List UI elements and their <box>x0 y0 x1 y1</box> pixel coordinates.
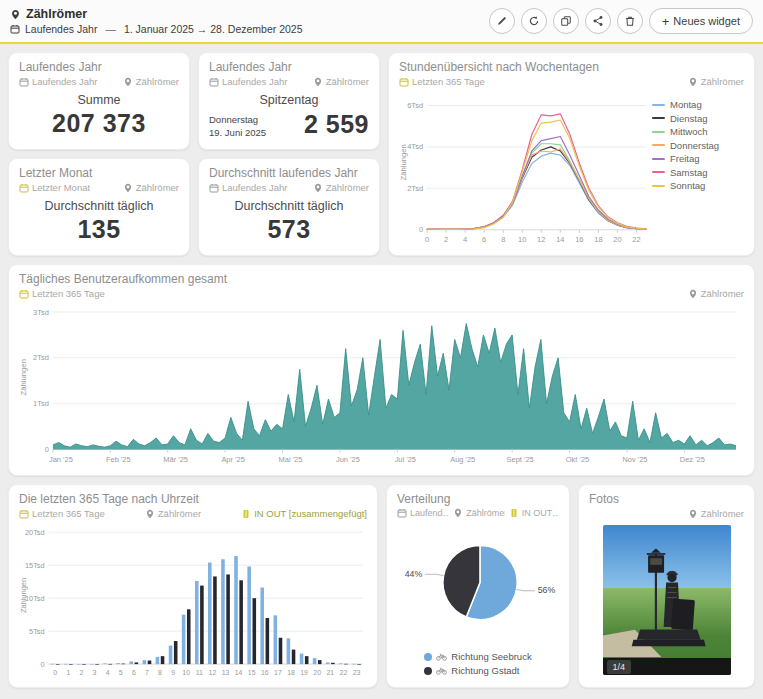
header-actions: + Neues widget <box>489 8 753 34</box>
dashboard-body: Laufendes Jahr Laufendes Jahr Zählrömer … <box>0 44 763 699</box>
dashboard-page: Zählrömer Laufendes Jahr — 1. Januar 202… <box>0 0 763 699</box>
legend-item-samstag[interactable]: Samstag <box>652 167 744 178</box>
calendar-icon <box>209 77 219 87</box>
location-pin-icon <box>145 509 155 519</box>
peak-day-info: Donnerstag 19. Juni 2025 <box>209 114 266 139</box>
channel-badge: IN OUT… <box>509 508 559 518</box>
legend-swatch <box>652 117 665 119</box>
photo-counter: 1/4 <box>607 660 632 674</box>
svg-text:18: 18 <box>594 235 602 244</box>
pie-legend-item-richtung-gstadt[interactable]: Richtung Gstadt <box>424 665 519 676</box>
new-widget-label: Neues widget <box>673 15 740 27</box>
legend-swatch <box>652 171 665 173</box>
bicycle-icon <box>436 667 447 675</box>
svg-text:0: 0 <box>53 669 57 676</box>
duplicate-button[interactable] <box>553 8 579 34</box>
share-icon <box>592 15 604 27</box>
panel-title: Stundenübersicht nach Wochentagen <box>399 60 744 74</box>
panel-by-hour: Die letzten 365 Tage nach Uhrzeit Letzte… <box>8 484 378 688</box>
location-pin-icon <box>313 77 323 87</box>
distribution-pie-chart: 56%44% <box>397 518 559 649</box>
location-badge: Zählrömer <box>145 508 201 519</box>
edit-button[interactable] <box>489 8 515 34</box>
location-pin-icon <box>123 183 133 193</box>
svg-text:Zählungen: Zählungen <box>399 144 408 180</box>
card-title: Laufendes Jahr <box>209 60 369 74</box>
legend-item-montag[interactable]: Montag <box>652 99 744 110</box>
svg-text:1: 1 <box>66 669 70 676</box>
stat-card-grid: Laufendes Jahr Laufendes Jahr Zählrömer … <box>8 52 380 256</box>
period-badge: Laufendes Jahr <box>19 76 98 87</box>
share-button[interactable] <box>585 8 611 34</box>
legend-item-dienstag[interactable]: Dienstag <box>652 113 744 124</box>
svg-text:23: 23 <box>353 669 361 676</box>
svg-text:17: 17 <box>274 669 282 676</box>
svg-text:Mai '25: Mai '25 <box>279 455 303 464</box>
location-pin-icon <box>688 77 698 87</box>
by-hour-chart: 05Tsd10Tsd15Tsd20TsdZählungen01234567891… <box>19 519 367 680</box>
channel-icon <box>509 508 519 518</box>
pencil-icon <box>496 15 508 27</box>
svg-text:10: 10 <box>518 235 526 244</box>
svg-text:13: 13 <box>222 669 230 676</box>
metric-value: 135 <box>19 215 179 244</box>
location-badge: Zählrömer <box>123 76 179 87</box>
header-period: Laufendes Jahr <box>25 23 97 35</box>
location-badge: Zählrömer <box>688 76 744 87</box>
metric-label: Durchschnitt täglich <box>19 199 179 213</box>
calendar-icon <box>19 289 29 299</box>
svg-text:2: 2 <box>79 669 83 676</box>
stat-card-avg-year: Durchschnitt laufendes Jahr Laufendes Ja… <box>198 158 380 256</box>
legend-item-sonntag[interactable]: Sonntag <box>652 180 744 191</box>
daily-total-svg: 01Tsd2Tsd3TsdZählungenJan '25Feb '25Mär … <box>19 299 744 468</box>
hourly-legend: MontagDienstagMittwochDonnerstagFreitagS… <box>652 87 744 248</box>
svg-text:1Tsd: 1Tsd <box>33 399 49 408</box>
delete-button[interactable] <box>617 8 643 34</box>
legend-item-freitag[interactable]: Freitag <box>652 153 744 164</box>
card-title: Letzter Monat <box>19 166 179 180</box>
metric-value: 207 373 <box>19 109 179 138</box>
svg-text:Nov '25: Nov '25 <box>622 455 647 464</box>
svg-text:56%: 56% <box>538 585 556 595</box>
legend-item-donnerstag[interactable]: Donnerstag <box>652 140 744 151</box>
peak-date: 19. Juni 2025 <box>209 127 266 139</box>
svg-text:0: 0 <box>425 235 429 244</box>
legend-item-mittwoch[interactable]: Mittwoch <box>652 126 744 137</box>
new-widget-button[interactable]: + Neues widget <box>649 8 753 34</box>
svg-text:Zählungen: Zählungen <box>19 359 28 395</box>
svg-text:16: 16 <box>575 235 583 244</box>
distribution-svg: 56%44% <box>397 518 559 649</box>
photo-caption-bar: 1/4 <box>603 658 731 675</box>
pie-legend-item-richtung-seebruck[interactable]: Richtung Seebruck <box>424 651 531 662</box>
header: Zählrömer Laufendes Jahr — 1. Januar 202… <box>0 0 763 44</box>
calendar-icon <box>19 77 29 87</box>
period-badge: Letzten 365 Tage <box>399 76 485 87</box>
location-pin-icon <box>313 183 323 193</box>
pie-legend: Richtung SeebruckRichtung Gstadt <box>424 651 531 676</box>
svg-text:0: 0 <box>419 225 423 234</box>
header-date-range: 1. Januar 2025 → 28. Dezember 2025 <box>124 23 303 35</box>
svg-text:4: 4 <box>106 669 110 676</box>
svg-text:Jan '25: Jan '25 <box>49 455 73 464</box>
calendar-icon <box>209 183 219 193</box>
by-hour-svg: 05Tsd10Tsd15Tsd20TsdZählungen01234567891… <box>19 519 367 680</box>
legend-label: Mittwoch <box>670 126 707 137</box>
location-badge: Zählrömer <box>123 182 179 193</box>
svg-text:Aug '25: Aug '25 <box>450 455 475 464</box>
refresh-button[interactable] <box>521 8 547 34</box>
panel-title: Verteilung <box>397 492 559 506</box>
calendar-icon <box>397 508 407 518</box>
svg-text:Jul '25: Jul '25 <box>395 455 416 464</box>
location-pin-icon <box>123 77 133 87</box>
svg-text:0: 0 <box>41 660 45 669</box>
svg-text:2: 2 <box>444 235 448 244</box>
svg-text:Okt '25: Okt '25 <box>566 455 589 464</box>
photo-thumbnail[interactable]: 1/4 <box>603 525 731 675</box>
refresh-icon <box>528 15 540 27</box>
legend-swatch <box>652 131 665 133</box>
hourly-weekday-svg: 02Tsd4Tsd6TsdZählungen024681012141618202… <box>399 87 652 248</box>
location-pin-icon <box>688 509 698 519</box>
svg-text:Mär '25: Mär '25 <box>163 455 188 464</box>
photo-statue-illustration <box>623 537 707 665</box>
svg-text:14: 14 <box>556 235 564 244</box>
